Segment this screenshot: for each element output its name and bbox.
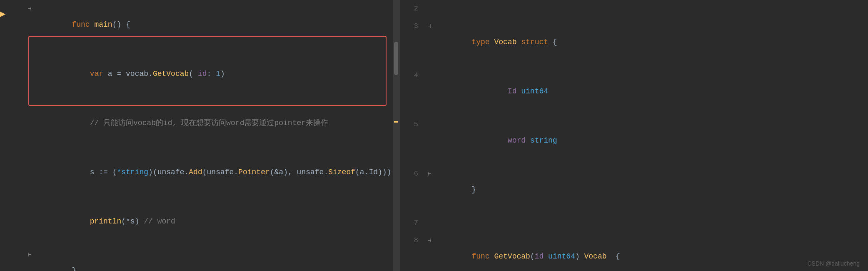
plain-text: } bbox=[471, 186, 476, 194]
line-content bbox=[434, 215, 868, 231]
code-line: 5 word string bbox=[400, 116, 868, 165]
parameter: id bbox=[198, 70, 207, 78]
function-name: main bbox=[94, 20, 112, 29]
plain-text: a = vocab. bbox=[108, 70, 153, 78]
code-line: 8 ⊣ func GetVocab(id uint64) Vocab { bbox=[400, 232, 868, 271]
scrollbar-thumb[interactable] bbox=[394, 42, 398, 75]
scrollbar[interactable] bbox=[393, 0, 399, 271]
function-name: Pointer bbox=[238, 168, 270, 176]
right-code-area: 2 3 ⊣ type Vocab struct { 4 Id uint64 5 bbox=[400, 0, 868, 271]
function-name: GetVocab bbox=[494, 252, 530, 261]
line-content: func GetVocab(id uint64) Vocab { bbox=[434, 233, 868, 271]
comment: // word bbox=[144, 217, 175, 226]
keyword: func bbox=[72, 20, 94, 29]
code-line: // 只能访问vocab的id, 现在想要访问word需要通过pointer来操… bbox=[0, 98, 399, 148]
fold-icon[interactable]: ⊣ bbox=[425, 233, 434, 248]
right-code-panel: 2 3 ⊣ type Vocab struct { 4 Id uint64 5 bbox=[400, 0, 868, 271]
code-line: println(*s) // word bbox=[0, 197, 399, 246]
keyword: type bbox=[471, 38, 494, 46]
left-code-area: ▶ ⊣ func main() { var a = vocab.GetVocab… bbox=[0, 0, 399, 271]
line-number: 5 bbox=[400, 117, 425, 133]
line-content bbox=[434, 1, 868, 17]
line-content: func main() { bbox=[34, 1, 399, 48]
plain-text: (&a), bbox=[270, 168, 297, 176]
plain-text: )( bbox=[148, 168, 157, 176]
plain-text: { bbox=[607, 252, 620, 261]
plain-text bbox=[72, 217, 90, 226]
line-content: word string bbox=[434, 117, 868, 164]
code-line: 7 bbox=[400, 214, 868, 232]
type-name: uint64 bbox=[548, 252, 575, 261]
fold-icon[interactable]: ⊢ bbox=[25, 247, 34, 263]
fold-icon[interactable]: ⊣ bbox=[25, 1, 34, 17]
parameter: id bbox=[535, 252, 548, 261]
line-number: 4 bbox=[400, 68, 425, 83]
function-name: GetVocab bbox=[153, 70, 189, 78]
plain-text: ) bbox=[575, 252, 584, 261]
type-name: uint64 bbox=[521, 87, 548, 95]
code-line: 2 bbox=[400, 0, 868, 18]
type-name: Vocab bbox=[584, 252, 607, 261]
plain-text: { bbox=[548, 38, 557, 46]
line-number: 2 bbox=[400, 1, 425, 17]
plain-text: (*s) bbox=[121, 217, 144, 226]
function-name: Add bbox=[189, 168, 202, 176]
field-name: Id bbox=[508, 87, 521, 95]
code-line: ⊣ func main() { bbox=[0, 0, 399, 49]
function-name: println bbox=[90, 217, 122, 226]
plain-text bbox=[471, 87, 507, 95]
plain-text: ) bbox=[220, 70, 225, 78]
watermark: CSDN @daliucheng bbox=[808, 260, 860, 267]
plain-text: unsafe. bbox=[297, 168, 329, 176]
line-content: var a = vocab.GetVocab( id: 1) bbox=[34, 50, 399, 98]
keyword: struct bbox=[521, 38, 548, 46]
plain-text: s := ( bbox=[72, 168, 117, 176]
code-line: var a = vocab.GetVocab( id: 1) bbox=[0, 49, 399, 98]
code-line: s := (*string)(unsafe.Add(unsafe.Pointer… bbox=[0, 148, 399, 197]
fold-icon[interactable]: ⊢ bbox=[425, 166, 434, 182]
line-number: 8 bbox=[400, 233, 425, 248]
line-number: 6 bbox=[400, 166, 425, 182]
scrollbar-marker bbox=[394, 121, 398, 123]
code-line: 6 ⊢ } bbox=[400, 165, 868, 214]
line-number: 7 bbox=[400, 215, 425, 231]
line-content: println(*s) // word bbox=[34, 198, 399, 245]
keyword: func bbox=[471, 252, 494, 261]
code-line: ⊢ } bbox=[0, 246, 399, 271]
plain-text: () { bbox=[112, 20, 130, 29]
plain-text: ( bbox=[530, 252, 535, 261]
number: 1 bbox=[216, 70, 220, 78]
plain-text bbox=[471, 136, 507, 145]
code-line: 3 ⊣ type Vocab struct { bbox=[400, 18, 868, 67]
field-name: word bbox=[508, 136, 530, 145]
line-content: type Vocab struct { bbox=[434, 18, 868, 66]
plain-text: ( bbox=[202, 168, 207, 176]
plain-text: : bbox=[207, 70, 216, 78]
type-name: string bbox=[530, 136, 557, 145]
line-content: Id uint64 bbox=[434, 68, 868, 115]
line-content: } bbox=[434, 166, 868, 213]
type-name: Vocab bbox=[494, 38, 521, 46]
line-content: s := (*string)(unsafe.Add(unsafe.Pointer… bbox=[34, 148, 399, 196]
line-number: 3 bbox=[400, 18, 425, 34]
function-name: Sizeof bbox=[328, 168, 355, 176]
plain-text bbox=[72, 70, 90, 78]
plain-text: ( bbox=[189, 70, 198, 78]
line-content: } bbox=[34, 247, 399, 271]
line-content: // 只能访问vocab的id, 现在想要访问word需要通过pointer来操… bbox=[34, 99, 399, 147]
type-name: *string bbox=[117, 168, 148, 176]
plain-text: unsafe. bbox=[157, 168, 189, 176]
plain-text: (a.Id))) bbox=[355, 168, 391, 176]
left-code-panel: ▶ ⊣ func main() { var a = vocab.GetVocab… bbox=[0, 0, 400, 271]
plain-text: } bbox=[72, 266, 76, 271]
comment: // 只能访问vocab的id, 现在想要访问word需要通过pointer来操… bbox=[72, 119, 328, 127]
keyword: var bbox=[90, 70, 108, 78]
plain-text: unsafe. bbox=[207, 168, 239, 176]
fold-icon[interactable]: ⊣ bbox=[425, 18, 434, 34]
code-line: 4 Id uint64 bbox=[400, 67, 868, 116]
